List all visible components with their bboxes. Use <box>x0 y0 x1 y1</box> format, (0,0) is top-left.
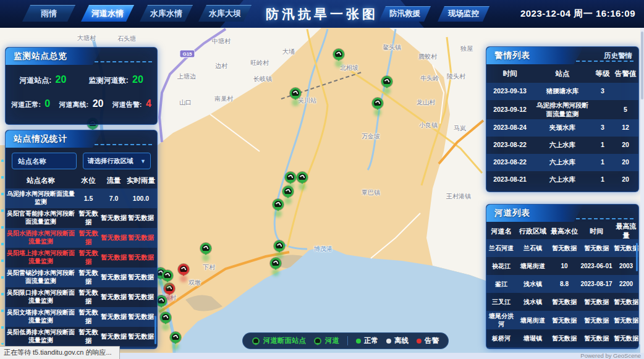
stat-value: 0 <box>44 98 50 109</box>
station-row[interactable]: 吴阳塔上排水闸河段断面流量监测 暂无数据 暂无数据 暂无数据 <box>6 248 157 268</box>
alert-station-cell: 乌泥排水闸河段断面流量监测 <box>533 101 591 118</box>
header-button-0[interactable]: 防汛救援 <box>379 6 431 22</box>
map-marker-red-pin[interactable] <box>178 264 189 275</box>
map-marker-green-pin[interactable] <box>381 76 392 87</box>
column-header: 等级 <box>591 69 614 78</box>
header-button-1[interactable]: 现场监控 <box>438 6 489 22</box>
scrollbar-thumb[interactable] <box>641 32 643 99</box>
status-label: 正常 <box>364 336 378 345</box>
map-place-label: 王村港镇 <box>446 192 471 201</box>
tab-2[interactable]: 水库水情 <box>140 5 193 22</box>
river-cell: 浅水镇 <box>516 280 549 288</box>
station-row[interactable]: 吴阳低勇排水闸河段断面流量监测 暂无数据 暂无数据 暂无数据 <box>6 327 157 347</box>
river-cell: 暂无数据 <box>579 316 614 324</box>
station-row[interactable]: 吴阳限口排水闸河段断面流量监测 暂无数据 暂无数据 暂无数据 <box>6 287 157 307</box>
browser-status-text: 正在等待 t5.tianditu.gov.cn 的响应... <box>0 346 120 359</box>
alert-row[interactable]: 2023-08-22 六上水库 1 20 <box>486 154 638 171</box>
river-row[interactable]: 板桥河塘㙍镇暂无数据暂无数据暂无数据 <box>486 329 638 347</box>
flow-cell: 暂无数据 <box>101 332 127 341</box>
column-header: 最高流量 <box>614 222 638 240</box>
river-row[interactable]: 三叉江浅水镇暂无数据暂无数据暂无数据 <box>486 293 638 311</box>
tab-1[interactable]: 河道水情 <box>81 5 134 22</box>
map-place-label: 大塘村 <box>77 34 96 43</box>
map-marker-green-pin[interactable] <box>170 332 181 343</box>
station-name-input[interactable] <box>12 153 77 169</box>
status-label: 离线 <box>394 336 409 345</box>
river-row[interactable]: 塘缀河塘缀镇暂无数据暂无数据暂无数据 <box>486 347 638 349</box>
map-marker-green-pin[interactable] <box>274 240 285 251</box>
station-table-scrollbar[interactable] <box>155 316 156 344</box>
tab-3[interactable]: 水库大坝 <box>198 5 252 22</box>
map-place-label: 腾蛟村 <box>418 53 437 61</box>
alert-value-cell: 20 <box>614 175 637 184</box>
station-row[interactable]: 吴阳雷锡沙排水闸河段断面流量监测 暂无数据 暂无数据 暂无数据 <box>6 268 157 287</box>
station-row[interactable]: 吴阳文塔排水闸河段断面流量监测 暂无数据 暂无数据 暂无数据 <box>6 307 157 327</box>
status-dot-icon <box>417 339 422 344</box>
station-name-cell: 吴阳塔上排水闸河段断面流量监测 <box>6 250 76 266</box>
panel-header-dash-line <box>576 218 633 219</box>
map-place-label: 山口 <box>179 98 192 107</box>
column-header: 站点名称 <box>6 176 76 185</box>
map-place-label: 龙山村 <box>417 98 435 107</box>
alert-time-cell: 2023-08-22 <box>486 141 533 150</box>
map-marker-green-pin[interactable] <box>160 312 171 323</box>
alert-row[interactable]: 2023-09-13 猪腰塘水库 3 <box>486 83 638 100</box>
stat-value: 20 <box>56 74 67 85</box>
panel-station-overview: 监测站点总览 河道站点: 20 监测河道数: 20 河道正常: 0 河道离线: … <box>5 47 158 125</box>
map-place-label: 陵头村 <box>447 72 465 81</box>
river-cell: 2023-06-01 <box>579 262 614 270</box>
map-place-label: 上塘边 <box>177 72 196 81</box>
river-cell: 暂无数据 <box>579 244 614 252</box>
map-legend: 河道断面站点 河道 正常 离线 告警 <box>242 332 449 349</box>
map-marker-green-pin[interactable] <box>297 172 308 183</box>
browser-scrollbar[interactable] <box>640 28 644 359</box>
map-marker-green-pin[interactable] <box>333 49 344 60</box>
tab-0[interactable]: 雨情 <box>22 5 75 22</box>
map-credit: Powered by GeoScene <box>580 352 641 359</box>
alert-station-cell: 猪腰塘水库 <box>533 87 591 96</box>
map-marker-green-pin[interactable] <box>285 172 296 183</box>
history-alerts-link[interactable]: 历史警情 <box>604 47 632 64</box>
flow-cell: 7.0 <box>101 195 127 202</box>
river-row[interactable]: 袂花江塘尾街道102023-06-012003 <box>486 257 638 275</box>
river-cell: 10 <box>549 262 579 270</box>
alert-table-body: 2023-09-13 猪腰塘水库 3 2023-09-12 乌泥排水闸河段断面流… <box>486 83 638 188</box>
station-row[interactable]: 乌泥排水闸河段断面流量监测 1.5 7.0 100.0 <box>6 188 157 208</box>
station-row[interactable]: 吴阳官哥能排水闸河段断面流量监测 暂无数据 暂无数据 暂无数据 <box>6 208 157 228</box>
column-header: 水位 <box>76 176 101 185</box>
region-select[interactable]: 请选择行政区域 ▼ <box>83 153 151 169</box>
map-marker-green-pin[interactable] <box>270 258 281 269</box>
panel-title: 监测站点总览 <box>14 48 67 65</box>
water-level-cell: 1.5 <box>76 195 101 202</box>
alert-value-cell: 12 <box>614 124 637 132</box>
alert-value-cell: 20 <box>614 158 637 167</box>
alert-row[interactable]: 2023-08-22 六上水库 1 20 <box>486 137 638 154</box>
map-marker-green-pin[interactable] <box>273 199 284 210</box>
map-marker-green-pin[interactable] <box>372 98 383 109</box>
alert-row[interactable]: 2023-08-21 六上水库 1 20 <box>486 171 638 188</box>
river-row[interactable]: 兰石河道兰石镇暂无数据暂无数据暂无数据 <box>486 239 638 257</box>
alert-level-cell: 1 <box>591 141 614 150</box>
map-marker-green-pin[interactable] <box>162 270 173 281</box>
flow-cell: 暂无数据 <box>101 214 127 222</box>
river-cell: 暂无数据 <box>614 298 638 306</box>
stat-label: 河道告警: <box>112 101 142 108</box>
map-marker-green-pin[interactable] <box>200 243 211 254</box>
river-row[interactable]: 塘尾分洪河塘尾街道暂无数据暂无数据暂无数据 <box>486 311 638 329</box>
river-cell: 兰石镇 <box>516 244 549 252</box>
river-table-scrollbar[interactable] <box>636 243 638 271</box>
stats-row-2: 河道正常: 0 河道离线: 20 河道告警: 4 <box>7 98 156 109</box>
flow-cell: 暂无数据 <box>101 293 127 302</box>
page-title: 防汛抗旱一张图 <box>266 6 378 23</box>
map-marker-green-pin[interactable] <box>282 186 294 197</box>
river-row[interactable]: 鉴江浅水镇8.82023-08-172200 <box>486 275 638 293</box>
map-marker-green-pin[interactable] <box>290 88 301 99</box>
alert-row[interactable]: 2023-08-24 夹颈水库 3 12 <box>486 119 638 137</box>
water-level-cell: 暂无数据 <box>76 289 101 306</box>
river-pin-icon <box>314 337 321 345</box>
station-row[interactable]: 吴阳水洒排水闸河段断面流量监测 暂无数据 暂无数据 暂无数据 <box>6 228 157 248</box>
panel-alert-list: 警情列表 历史警情 时间站点等级告警值 2023-09-13 猪腰塘水库 3 2… <box>486 46 639 192</box>
alert-row[interactable]: 2023-09-12 乌泥排水闸河段断面流量监测 5 <box>486 100 638 119</box>
map-place-label: 小良镇 <box>419 121 438 130</box>
column-header: 实时雨量 <box>127 176 155 185</box>
